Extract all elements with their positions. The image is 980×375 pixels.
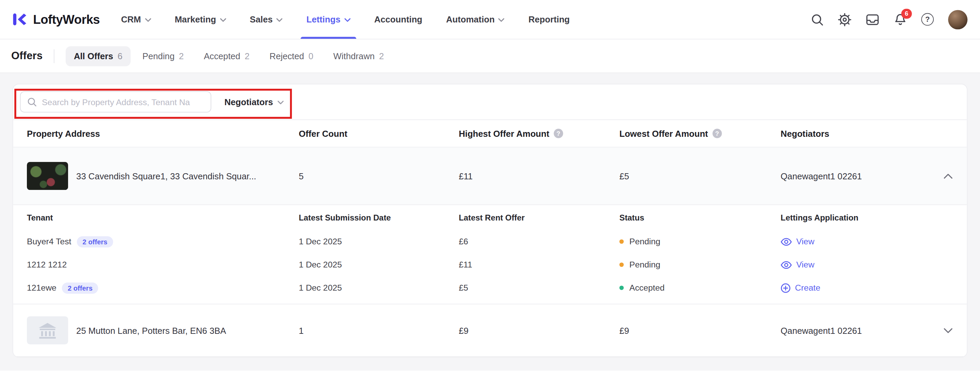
gear-icon[interactable] xyxy=(838,13,851,26)
property-thumbnail-placeholder xyxy=(27,316,68,344)
subcol-tenant: Tenant xyxy=(27,213,299,222)
col-highest-offer: Highest Offer Amount xyxy=(459,128,619,138)
subcol-lettings-application: Lettings Application xyxy=(781,213,929,222)
lowest-offer-value: £9 xyxy=(619,325,781,335)
action-label: View xyxy=(796,260,814,270)
col-offer-count: Offer Count xyxy=(299,128,459,138)
subtable-header-row: Tenant Latest Submission Date Latest Ren… xyxy=(13,205,967,230)
user-avatar[interactable] xyxy=(948,10,967,29)
rent-offer: £5 xyxy=(459,283,619,292)
tab-count: 6 xyxy=(118,51,122,61)
col-negotiators: Negotiators xyxy=(781,128,929,138)
nav-item-crm[interactable]: CRM xyxy=(121,0,151,39)
tab-label: Rejected xyxy=(269,51,304,61)
negotiator-name: Qanewagent1 02261 xyxy=(781,325,929,335)
status-badge: Accepted xyxy=(619,283,781,292)
collapse-chevron-up-icon[interactable] xyxy=(929,173,967,179)
rent-offer: £6 xyxy=(459,237,619,246)
tab-rejected[interactable]: Rejected 0 xyxy=(261,46,321,66)
negotiators-label: Negotiators xyxy=(224,97,273,107)
search-box xyxy=(20,91,211,112)
tenant-cell: 1212 1212 xyxy=(27,260,299,270)
property-thumbnail xyxy=(27,162,68,190)
property-address: 33 Cavendish Square1, 33 Cavendish Squar… xyxy=(76,171,256,181)
property-cell: 25 Mutton Lane, Potters Bar, EN6 3BA xyxy=(27,316,299,344)
offer-count-value: 1 xyxy=(299,325,459,335)
subcol-latest-rent-offer: Latest Rent Offer xyxy=(459,213,619,222)
tenant-name: Buyer4 Test xyxy=(27,237,71,246)
nav-item-sales[interactable]: Sales xyxy=(250,0,283,39)
offer-row[interactable]: 25 Mutton Lane, Potters Bar, EN6 3BA 1 £… xyxy=(13,304,967,357)
tab-label: All Offers xyxy=(74,51,113,61)
tab-label: Pending xyxy=(143,51,175,61)
bottom-strip xyxy=(0,370,980,375)
help-tooltip-icon[interactable] xyxy=(554,129,563,138)
nav-item-automation[interactable]: Automation xyxy=(446,0,504,39)
col-label: Lowest Offer Amount xyxy=(619,128,708,138)
nav-label: Reporting xyxy=(528,14,570,24)
divider xyxy=(54,49,54,63)
status-dot xyxy=(619,239,624,244)
filter-row: Negotiators xyxy=(13,84,967,120)
offer-row[interactable]: 33 Cavendish Square1, 33 Cavendish Squar… xyxy=(13,147,967,204)
plus-circle-icon xyxy=(781,283,791,292)
chevron-down-icon xyxy=(276,18,282,22)
nav-item-marketing[interactable]: Marketing xyxy=(175,0,226,39)
status-badge: Pending xyxy=(619,260,781,270)
tab-count: 2 xyxy=(379,51,384,61)
search-icon[interactable] xyxy=(811,13,824,26)
tab-accepted[interactable]: Accepted 2 xyxy=(196,46,258,66)
create-application-link[interactable]: Create xyxy=(781,283,929,292)
action-label: View xyxy=(796,237,814,246)
nav-item-accounting[interactable]: Accounting xyxy=(374,0,422,39)
bell-icon[interactable]: 6 xyxy=(894,13,907,26)
status-label: Pending xyxy=(630,260,660,270)
subcol-latest-submission-date: Latest Submission Date xyxy=(299,213,459,222)
main-content: Negotiators Property Address Offer Count… xyxy=(0,73,980,358)
offers-count-badge: 2 offers xyxy=(62,282,98,293)
search-input[interactable] xyxy=(20,91,211,112)
app-viewport: LoftyWorks CRM Marketing Sales Lettings … xyxy=(0,0,980,375)
col-property-address: Property Address xyxy=(27,128,299,138)
eye-icon xyxy=(781,260,792,269)
nav-item-reporting[interactable]: Reporting xyxy=(528,0,570,39)
nav-label: Accounting xyxy=(374,14,422,24)
help-icon[interactable] xyxy=(921,13,934,26)
nav-label: Marketing xyxy=(175,14,216,24)
tenant-name: 121ewe xyxy=(27,283,56,292)
table-header-row: Property Address Offer Count Highest Off… xyxy=(13,120,967,148)
nav-item-lettings[interactable]: Lettings xyxy=(306,0,350,39)
tab-all-offers[interactable]: All Offers 6 xyxy=(66,46,130,66)
nav-label: Automation xyxy=(446,14,495,24)
eye-icon xyxy=(781,237,792,246)
view-application-link[interactable]: View xyxy=(781,237,929,246)
tab-withdrawn[interactable]: Withdrawn 2 xyxy=(325,46,392,66)
tab-pending[interactable]: Pending 2 xyxy=(134,46,192,66)
subcol-status: Status xyxy=(619,213,781,222)
rent-offer: £11 xyxy=(459,260,619,270)
header-actions: 6 xyxy=(811,10,967,29)
tenant-cell: Buyer4 Test 2 offers xyxy=(27,236,299,247)
highest-offer-value: £9 xyxy=(459,325,619,335)
col-lowest-offer: Lowest Offer Amount xyxy=(619,128,781,138)
lowest-offer-value: £5 xyxy=(619,171,781,181)
view-application-link[interactable]: View xyxy=(781,260,929,270)
chevron-down-icon xyxy=(344,18,350,22)
brand-logo[interactable]: LoftyWorks xyxy=(11,11,100,27)
expand-chevron-down-icon[interactable] xyxy=(929,328,967,333)
tab-count: 2 xyxy=(179,51,184,61)
page-header: Offers All Offers 6 Pending 2 Accepted 2… xyxy=(0,40,980,73)
help-tooltip-icon[interactable] xyxy=(713,129,722,138)
negotiator-name: Qanewagent1 02261 xyxy=(781,171,929,181)
status-label: Pending xyxy=(630,237,660,246)
tenant-row: 121ewe 2 offers 1 Dec 2025 £5 Accepted C… xyxy=(13,276,967,299)
inbox-icon[interactable] xyxy=(865,13,879,25)
tenant-row: Buyer4 Test 2 offers 1 Dec 2025 £6 Pendi… xyxy=(13,230,967,253)
negotiators-dropdown[interactable]: Negotiators xyxy=(224,97,283,107)
main-nav: CRM Marketing Sales Lettings Accounting … xyxy=(121,0,570,39)
action-label: Create xyxy=(795,283,820,292)
chevron-down-icon xyxy=(277,101,283,105)
offer-count-value: 5 xyxy=(299,171,459,181)
offer-tabs: All Offers 6 Pending 2 Accepted 2 Reject… xyxy=(66,46,392,66)
nav-label: CRM xyxy=(121,14,141,24)
